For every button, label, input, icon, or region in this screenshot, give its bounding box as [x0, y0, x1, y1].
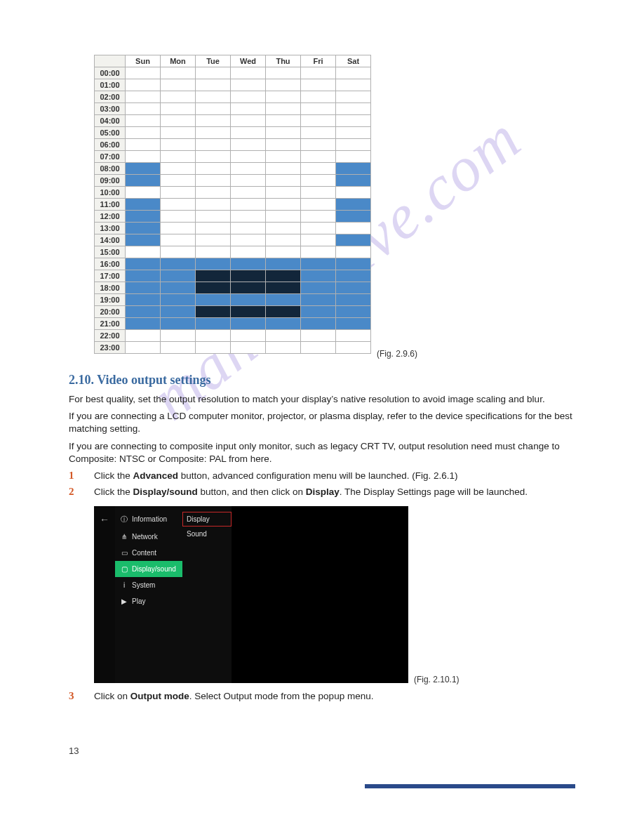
schedule-cell: [161, 294, 196, 306]
schedule-cell: [266, 187, 301, 199]
schedule-cell: [231, 91, 266, 103]
schedule-cell: [301, 258, 336, 270]
schedule-cell: [196, 282, 231, 294]
play-icon: ▶: [121, 597, 128, 605]
schedule-cell: [301, 151, 336, 163]
schedule-cell: [231, 258, 266, 270]
schedule-cell: [196, 79, 231, 91]
schedule-cell: [161, 270, 196, 282]
submenu-sound[interactable]: Sound: [182, 527, 232, 541]
sidebar-item-label: Information: [132, 515, 167, 523]
schedule-hour-label: 14:00: [95, 234, 126, 246]
schedule-cell: [196, 294, 231, 306]
schedule-cell: [231, 294, 266, 306]
schedule-cell: [231, 211, 266, 223]
schedule-cell: [231, 79, 266, 91]
schedule-day-header: Sun: [126, 55, 161, 67]
schedule-hour-label: 23:00: [95, 342, 126, 354]
schedule-day-header: Tue: [196, 55, 231, 67]
schedule-cell: [126, 163, 161, 175]
sidebar-item-play[interactable]: ▶ Play: [115, 593, 182, 609]
schedule-cell: [126, 187, 161, 199]
schedule-cell: [336, 79, 371, 91]
sidebar-item-network[interactable]: ⋔ Network: [115, 529, 182, 545]
schedule-cell: [266, 115, 301, 127]
schedule-cell: [231, 282, 266, 294]
schedule-cell: [266, 342, 301, 354]
schedule-cell: [196, 175, 231, 187]
sidebar-item-label: Play: [132, 597, 145, 605]
paragraph-lcd: If you are connecting a LCD computer mon…: [69, 410, 575, 435]
schedule-cell: [336, 175, 371, 187]
settings-caption: (Fig. 2.10.1): [414, 675, 459, 684]
sidebar-item-label: Content: [132, 549, 156, 557]
schedule-day-header: Sat: [336, 55, 371, 67]
schedule-cell: [161, 342, 196, 354]
schedule-cell: [126, 330, 161, 342]
schedule-cell: [161, 246, 196, 258]
schedule-cell: [231, 175, 266, 187]
schedule-cell: [161, 139, 196, 151]
schedule-cell: [266, 282, 301, 294]
schedule-cell: [196, 318, 231, 330]
schedule-cell: [301, 282, 336, 294]
step-1: 1 Click the Advanced button, advanced co…: [69, 470, 575, 483]
schedule-cell: [336, 282, 371, 294]
schedule-cell: [336, 318, 371, 330]
schedule-hour-label: 07:00: [95, 151, 126, 163]
schedule-cell: [161, 282, 196, 294]
schedule-cell: [196, 223, 231, 234]
schedule-cell: [161, 127, 196, 139]
schedule-hour-label: 20:00: [95, 306, 126, 318]
schedule-cell: [231, 246, 266, 258]
schedule-cell: [266, 127, 301, 139]
sidebar-item-content[interactable]: ▭ Content: [115, 545, 182, 561]
schedule-table: SunMonTueWedThuFriSat00:0001:0002:0003:0…: [94, 55, 371, 354]
schedule-cell: [266, 67, 301, 79]
sidebar-item-display-sound[interactable]: ▢ Display/sound: [115, 561, 182, 577]
schedule-cell: [336, 270, 371, 282]
schedule-hour-label: 02:00: [95, 91, 126, 103]
step-number: 2: [69, 486, 94, 498]
schedule-cell: [266, 246, 301, 258]
schedule-hour-label: 10:00: [95, 187, 126, 199]
schedule-cell: [301, 223, 336, 234]
schedule-hour-label: 17:00: [95, 270, 126, 282]
schedule-figure: SunMonTueWedThuFriSat00:0001:0002:0003:0…: [69, 55, 575, 360]
schedule-cell: [126, 234, 161, 246]
sidebar-item-system[interactable]: i System: [115, 577, 182, 593]
schedule-cell: [196, 163, 231, 175]
sidebar-item-label: Display/sound: [132, 565, 176, 573]
schedule-cell: [266, 199, 301, 211]
schedule-cell: [301, 139, 336, 151]
schedule-day-header: Mon: [161, 55, 196, 67]
schedule-cell: [196, 246, 231, 258]
schedule-cell: [301, 270, 336, 282]
schedule-cell: [126, 103, 161, 115]
schedule-cell: [126, 258, 161, 270]
schedule-cell: [196, 139, 231, 151]
schedule-cell: [301, 342, 336, 354]
schedule-hour-label: 13:00: [95, 223, 126, 234]
sidebar-item-information[interactable]: ⓘ Information: [115, 510, 182, 529]
schedule-cell: [196, 342, 231, 354]
schedule-cell: [336, 151, 371, 163]
schedule-cell: [301, 103, 336, 115]
schedule-hour-label: 12:00: [95, 211, 126, 223]
schedule-cell: [231, 330, 266, 342]
page-number: 13: [69, 746, 575, 756]
schedule-cell: [336, 330, 371, 342]
schedule-day-header: Wed: [231, 55, 266, 67]
schedule-hour-label: 09:00: [95, 175, 126, 187]
submenu-display[interactable]: Display: [182, 512, 232, 527]
schedule-hour-label: 08:00: [95, 163, 126, 175]
schedule-cell: [336, 91, 371, 103]
schedule-hour-label: 22:00: [95, 330, 126, 342]
schedule-cell: [196, 330, 231, 342]
schedule-cell: [126, 246, 161, 258]
settings-screenshot: ← ⓘ Information ⋔ Network ▭ Content: [94, 506, 408, 683]
back-button[interactable]: ←: [94, 506, 115, 683]
schedule-cell: [161, 175, 196, 187]
step-text: Click the Advanced button, advanced conf…: [94, 470, 458, 483]
schedule-cell: [266, 330, 301, 342]
